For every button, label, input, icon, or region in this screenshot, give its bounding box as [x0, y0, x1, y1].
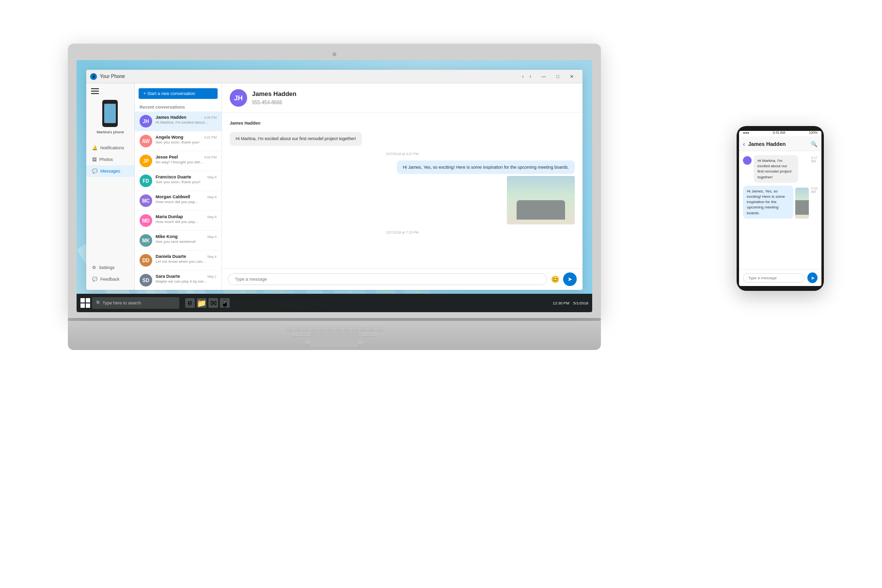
- sidebar-label-messages: Messages: [100, 169, 120, 174]
- taskbar-icons: e 📁 ✉ 📱: [185, 298, 230, 308]
- sidebar-label-photos: Photos: [99, 157, 113, 162]
- sidebar-item-feedback[interactable]: 💬 Feedback: [86, 273, 134, 285]
- chat-header-info: James Hadden 555-454-8666: [252, 90, 297, 106]
- chat-timestamp-2: 2/27/2018 at 7:15 PM: [386, 231, 419, 234]
- phone-send-button[interactable]: ➤: [807, 272, 818, 283]
- notifications-icon: 🔔: [92, 145, 97, 150]
- conv-name-angela: Angela Wong: [156, 135, 183, 140]
- conv-preview-morgan: How much did you pay...: [156, 200, 217, 204]
- emoji-button[interactable]: 😊: [551, 275, 559, 283]
- taskbar-mail-icon[interactable]: ✉: [208, 298, 218, 308]
- sidebar-item-settings[interactable]: ⚙ Settings: [86, 262, 134, 273]
- scene: 📱 Your Phone ‹ › — □ ✕: [0, 0, 882, 588]
- chat-bubble-received: Hi Martina, I'm excited about our first …: [230, 132, 362, 146]
- sidebar-bottom: ⚙ Settings 💬 Feedback: [86, 262, 134, 285]
- minimize-button[interactable]: —: [537, 72, 551, 81]
- key[interactable]: [370, 333, 377, 336]
- phone-back-icon[interactable]: ‹: [743, 140, 745, 148]
- chat-contact-name: James Hadden: [252, 90, 297, 97]
- conv-item-daniela[interactable]: DD Daniela Duarte May 4 Let me know when…: [135, 251, 221, 270]
- sidebar-item-photos[interactable]: 🖼 Photos: [86, 154, 134, 165]
- key[interactable]: [311, 327, 317, 331]
- phone-input-area: ➤: [739, 269, 821, 286]
- taskbar-phone-icon[interactable]: 📱: [220, 298, 230, 308]
- conv-item-sara[interactable]: SD Sara Duarte May 1 Maybe we can play i…: [135, 270, 221, 290]
- start-button[interactable]: [80, 298, 90, 308]
- conv-item-morgan[interactable]: MC Morgan Caldwell May 6 How much did yo…: [135, 191, 221, 211]
- phone-device: ●●● 3:41 AM 100% ‹ James Hadden 🔍 Hi Ma: [737, 126, 824, 291]
- phone-signal: ●●●: [743, 131, 749, 134]
- phone-msg-time-2: 3:19 AM: [811, 187, 818, 193]
- phone-app-header: ‹ James Hadden 🔍: [739, 136, 821, 151]
- phone-msg-sent-group: Hi James, Yes, so exciting! Here is some…: [743, 186, 818, 219]
- key[interactable]: [344, 327, 350, 331]
- conv-item-maria[interactable]: MD Maria Dunlap May 6 How much did you p…: [135, 211, 221, 231]
- conv-avatar-daniela: DD: [140, 254, 152, 267]
- conv-item-francisco[interactable]: FD Francisco Duarte May 6 See you soon, …: [135, 171, 221, 191]
- conv-name-morgan: Morgan Caldwell: [156, 194, 190, 199]
- conv-time-daniela: May 4: [207, 255, 217, 258]
- nav-forward-button[interactable]: ›: [528, 74, 533, 79]
- key[interactable]: [286, 327, 293, 331]
- taskbar-search[interactable]: 🔍 Type here to search: [92, 297, 179, 309]
- key[interactable]: [360, 327, 367, 331]
- app-window: 📱 Your Phone ‹ › — □ ✕: [86, 70, 583, 290]
- send-button[interactable]: ➤: [563, 272, 577, 286]
- conv-item-angela-wong[interactable]: AW Angela Wong 4:22 PM See you soon, tha…: [135, 131, 221, 151]
- sidebar-item-messages[interactable]: 💬 Messages: [86, 165, 134, 177]
- sidebar-item-notifications[interactable]: 🔔 Notifications: [86, 142, 134, 154]
- key[interactable]: [377, 327, 383, 331]
- key[interactable]: [368, 327, 375, 331]
- titlebar-nav: ‹ ›: [520, 74, 533, 79]
- conv-details-francisco: Francisco Duarte May 6 See you soon, tha…: [156, 175, 217, 184]
- close-button[interactable]: ✕: [565, 72, 579, 81]
- conv-avatar-maria: MD: [140, 214, 152, 227]
- conv-item-jesse-peel[interactable]: JP Jesse Peel 4:00 PM No way! I thought …: [135, 151, 221, 171]
- conv-preview-daniela: Let me know when you can...: [156, 259, 217, 264]
- key[interactable]: [302, 327, 309, 331]
- taskbar-right: 12:30 PM 5/1/2018: [553, 301, 588, 305]
- key[interactable]: [352, 327, 359, 331]
- conversations-panel: + Start a new conversation Recent conver…: [135, 83, 222, 290]
- key[interactable]: [294, 327, 301, 331]
- taskbar-edge-icon[interactable]: e: [185, 298, 195, 308]
- laptop-keyboard: [68, 321, 601, 350]
- chat-message-input[interactable]: [228, 273, 547, 285]
- chat-panel: JH James Hadden 555-454-8666 James Hadde…: [222, 83, 583, 290]
- conv-time-maria: May 6: [207, 215, 217, 219]
- touchpad[interactable]: [310, 333, 359, 347]
- hamburger-menu[interactable]: [91, 88, 99, 94]
- taskbar-file-icon[interactable]: 📁: [197, 298, 206, 308]
- chat-sender-label-received: James Hadden: [230, 121, 575, 126]
- phone-screen: ●●● 3:41 AM 100% ‹ James Hadden 🔍 Hi Ma: [739, 131, 821, 286]
- phone-msg-sent: Hi James, Yes, so exciting! Here is some…: [743, 186, 793, 219]
- photos-icon: 🖼: [92, 157, 96, 162]
- conv-time-james: 4:26 PM: [204, 116, 217, 119]
- chat-bubble-sent: Hi James, Yes, so exciting! Here is some…: [397, 160, 575, 175]
- key[interactable]: [319, 327, 326, 331]
- conv-details-james: James Hadden 4:26 PM Hi Martina, I'm exc…: [156, 115, 217, 125]
- key[interactable]: [292, 333, 303, 336]
- phone-status-bar: ●●● 3:41 AM 100%: [739, 131, 821, 136]
- conv-item-james-hadden[interactable]: JH James Hadden 4:26 PM Hi Martina, I'm …: [135, 111, 221, 131]
- conv-avatar-mike: MK: [140, 234, 152, 247]
- phone-message-input[interactable]: [743, 273, 804, 283]
- new-conversation-button[interactable]: + Start a new conversation: [139, 88, 218, 99]
- chat-contact-phone: 555-454-8666: [252, 100, 282, 105]
- sidebar-label-notifications: Notifications: [100, 145, 124, 150]
- conv-name-jesse: Jesse Peel: [156, 155, 178, 159]
- phone-search-icon[interactable]: 🔍: [811, 141, 818, 147]
- chat-header-avatar: JH: [230, 89, 247, 107]
- conv-item-mike[interactable]: MK Mike Kong May 4 See you next weekend!: [135, 231, 221, 251]
- key[interactable]: [335, 327, 342, 331]
- phone-time: 3:41 AM: [773, 131, 786, 134]
- phone-icon-image: [102, 100, 118, 127]
- sidebar-label-settings: Settings: [99, 265, 115, 270]
- conv-details-jesse: Jesse Peel 4:00 PM No way! I thought you…: [156, 155, 217, 164]
- nav-back-button[interactable]: ‹: [520, 74, 525, 79]
- key[interactable]: [362, 333, 369, 336]
- key[interactable]: [327, 327, 334, 331]
- chat-input-area: 😊 ➤: [222, 268, 583, 290]
- maximize-button[interactable]: □: [551, 72, 565, 81]
- chat-messages: James Hadden Hi Martina, I'm excited abo…: [222, 113, 583, 268]
